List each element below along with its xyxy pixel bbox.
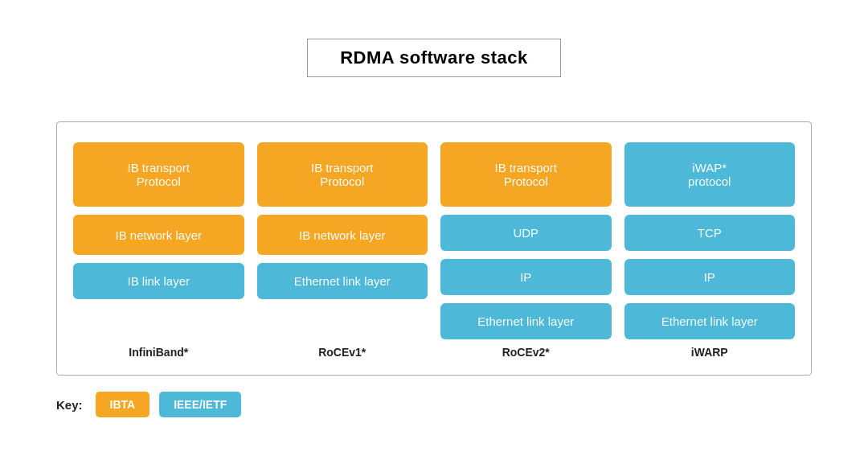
col-label-rocev2: RoCEv2* [440,346,612,359]
block-rocev2-row2: IP [440,259,612,295]
block-rocev1-row2: Ethernet link layer [257,263,428,299]
key-item-1: IEEE/IETF [159,392,241,417]
title-text: RDMA software stack [340,47,528,68]
col-label-rocev1: RoCEv1* [257,346,428,359]
key-items: IBTAIEEE/IETF [96,392,242,417]
block-rocev2-row3: Ethernet link layer [440,303,612,339]
block-infiniband-row1: IB network layer [73,215,244,255]
block-iwarp-row3: Ethernet link layer [624,303,796,339]
diagram-wrapper: RDMA software stack IB transport Protoco… [32,23,836,441]
block-rocev1-row1: IB network layer [257,215,428,255]
block-infiniband-row0: IB transport Protocol [73,142,244,207]
column-rocev2: IB transport ProtocolUDPIPEthernet link … [440,142,612,339]
block-rocev1-row0: IB transport Protocol [257,142,428,207]
key-label: Key: [56,398,83,412]
title-container: RDMA software stack [56,39,812,101]
block-infiniband-row2: IB link layer [73,263,244,299]
column-iwarp: iWAP* protocolTCPIPEthernet link layer [624,142,796,339]
block-rocev2-row0: IB transport Protocol [440,142,612,207]
columns-grid: IB transport ProtocolIB network layerIB … [73,142,795,339]
column-labels: InfiniBand*RoCEv1*RoCEv2*iWARP [73,346,795,359]
column-infiniband: IB transport ProtocolIB network layerIB … [73,142,244,339]
block-iwarp-row1: TCP [624,215,796,251]
col-label-iwarp: iWARP [624,346,796,359]
key-section: Key: IBTAIEEE/IETF [56,392,812,417]
block-iwarp-row0: iWAP* protocol [624,142,796,207]
diagram-title: RDMA software stack [307,39,561,77]
key-item-0: IBTA [96,392,150,417]
col-label-infiniband: InfiniBand* [73,346,244,359]
block-rocev2-row1: UDP [440,215,612,251]
main-diagram-area: IB transport ProtocolIB network layerIB … [56,121,812,376]
column-rocev1: IB transport ProtocolIB network layerEth… [257,142,428,339]
block-iwarp-row2: IP [624,259,796,295]
